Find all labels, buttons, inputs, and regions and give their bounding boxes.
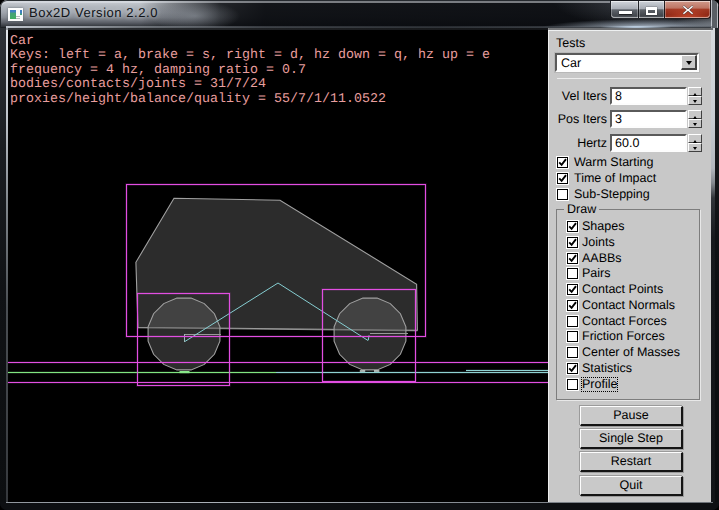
svg-text:frequency = 4 hz, damping rati: frequency = 4 hz, damping ratio = 0.7 [10,63,306,78]
svg-text:Car: Car [10,34,34,49]
svg-text:bodies/contacts/joints = 31/7/: bodies/contacts/joints = 31/7/24 [10,77,266,92]
svg-text:Keys: left = a, brake = s, rig: Keys: left = a, brake = s, right = d, hz… [10,48,490,63]
svg-text:proxies/height/balance/quality: proxies/height/balance/quality = 55/7/1/… [10,92,386,107]
